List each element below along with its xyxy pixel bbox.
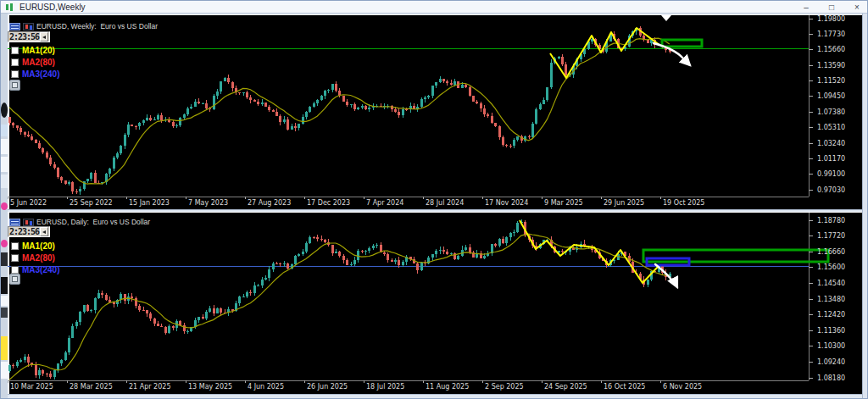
object-tool-icon[interactable] xyxy=(9,274,20,285)
ma2-label: MA2(80) xyxy=(22,58,55,67)
mini-chart-icon xyxy=(23,219,34,226)
quotes-grid-icon xyxy=(9,23,20,30)
daily-price-axis[interactable] xyxy=(809,213,862,394)
ma1-checkbox[interactable] xyxy=(11,242,19,250)
daily-ma1-row: MA1(20) xyxy=(11,241,55,251)
weekly-clock: 2:23:56 xyxy=(8,31,50,42)
object-tool-icon[interactable] xyxy=(9,80,20,91)
ma1-label: MA1(20) xyxy=(22,46,55,55)
quotes-grid-icon xyxy=(9,219,20,226)
mini-chart-icon xyxy=(23,23,34,30)
ma1-label: MA1(20) xyxy=(22,241,55,251)
ma2-checkbox[interactable] xyxy=(11,254,19,262)
weekly-ma1-row: MA1(20) xyxy=(11,45,55,55)
ma3-label: MA3(240) xyxy=(22,265,59,274)
weekly-clock-time: 2:23:56 xyxy=(9,32,39,42)
daily-chart-title: EURUSD, Daily: Euro vs US Dollar xyxy=(36,218,150,226)
ma3-checkbox[interactable] xyxy=(11,266,19,274)
ma2-checkbox[interactable] xyxy=(11,58,19,66)
daily-chart-header: EURUSD, Daily: Euro vs US Dollar xyxy=(9,218,150,226)
weekly-time-axis[interactable] xyxy=(8,197,809,209)
ma3-label: MA3(240) xyxy=(22,69,59,79)
weekly-chart-header: EURUSD, Weekly: Euro vs US Dollar xyxy=(9,22,158,30)
ma2-label: MA2(80) xyxy=(22,253,55,263)
speaker-icon[interactable] xyxy=(40,227,48,236)
daily-clock-time: 2:23:56 xyxy=(9,227,39,236)
daily-time-axis[interactable] xyxy=(8,380,809,394)
speaker-icon[interactable] xyxy=(40,32,48,42)
mt-chart-window: EURUSD,Weekly – □ × EURUSD, Weekly: Euro… xyxy=(0,0,868,399)
ma3-checkbox[interactable] xyxy=(11,70,19,78)
ma1-checkbox[interactable] xyxy=(11,47,19,54)
daily-clock: 2:23:56 xyxy=(8,226,50,237)
daily-ma2-row: MA2(80) xyxy=(11,252,55,263)
weekly-chart-title: EURUSD, Weekly: Euro vs US Dollar xyxy=(36,22,158,30)
weekly-ma3-row: MA3(240) xyxy=(11,69,59,79)
weekly-price-axis[interactable] xyxy=(809,15,862,209)
weekly-ma2-row: MA2(80) xyxy=(11,57,55,67)
